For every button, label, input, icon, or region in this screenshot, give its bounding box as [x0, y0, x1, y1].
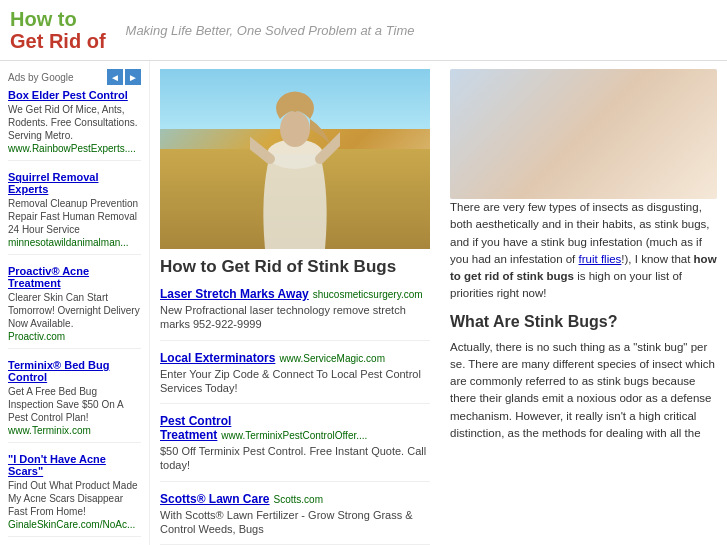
sidebar-ad-3: Proactiv® Acne Treatment Clearer Skin Ca… [8, 265, 141, 349]
ads-next-button[interactable]: ► [125, 69, 141, 85]
svg-line-1 [250, 139, 270, 159]
logo-line1: How to [10, 8, 106, 30]
sidebar-ad-5-desc: Find Out What Product Made My Acne Scars… [8, 480, 138, 517]
sidebar-ad-2-title[interactable]: Squirrel Removal Experts [8, 171, 141, 195]
sidebar-ad-2-url: minnesotawildanimalman... [8, 237, 129, 248]
sidebar-ad-3-url: Proactiv.com [8, 331, 65, 342]
sidebar: Ads by Google ◄ ► Box Elder Pest Control… [0, 61, 150, 545]
tagline: Making Life Better, One Solved Problem a… [126, 23, 415, 38]
sidebar-ad-5: "I Don't Have Acne Scars" Find Out What … [8, 453, 141, 537]
main-layout: Ads by Google ◄ ► Box Elder Pest Control… [0, 61, 727, 545]
right-content: There are very few types of insects as d… [440, 61, 727, 545]
sidebar-ad-1: Box Elder Pest Control We Get Rid Of Mic… [8, 89, 141, 161]
sidebar-ad-4: Terminix® Bed Bug Control Get A Free Bed… [8, 359, 141, 443]
sidebar-ad-2: Squirrel Removal Experts Removal Cleanup… [8, 171, 141, 255]
center-ad-4: Scotts® Lawn CareScotts.com With Scotts®… [160, 492, 430, 545]
logo: How to Get Rid of [10, 8, 106, 52]
sidebar-ad-5-title[interactable]: "I Don't Have Acne Scars" [8, 453, 141, 477]
center-ad-2-title[interactable]: Local Exterminators [160, 351, 275, 365]
sidebar-ad-2-desc: Removal Cleanup Prevention Repair Fast H… [8, 198, 138, 235]
header: How to Get Rid of Making Life Better, On… [0, 0, 727, 61]
center-content: How to Get Rid of Stink Bugs Laser Stret… [150, 61, 440, 545]
sidebar-ad-1-title[interactable]: Box Elder Pest Control [8, 89, 141, 101]
sidebar-ad-1-url: www.RainbowPestExperts.... [8, 143, 136, 154]
center-ad-1-desc: New Profractional laser technology remov… [160, 303, 430, 332]
sidebar-ad-4-title[interactable]: Terminix® Bed Bug Control [8, 359, 141, 383]
center-ad-3-source: www.TerminixPestControlOffer.... [221, 430, 367, 441]
right-paragraph2: Actually, there is no such thing as a "s… [450, 339, 717, 443]
fruit-flies-link[interactable]: fruit flies [579, 253, 622, 265]
center-ad-1-source: shucosmeticsurgery.com [313, 289, 423, 300]
sidebar-ad-1-desc: We Get Rid Of Mice, Ants, Rodents. Free … [8, 104, 138, 141]
center-ad-1: Laser Stretch Marks Awayshucosmeticsurge… [160, 287, 430, 341]
center-ad-4-source: Scotts.com [274, 494, 323, 505]
sidebar-ad-5-url: GinaleSkinCare.com/NoAc... [8, 519, 135, 530]
people-image [450, 69, 717, 199]
sidebar-ad-4-url: www.Terminix.com [8, 425, 91, 436]
ads-prev-button[interactable]: ◄ [107, 69, 123, 85]
center-ad-3: Pest Control Treatmentwww.TerminixPestCo… [160, 414, 430, 482]
center-ad-2: Local Exterminatorswww.ServiceMagic.com … [160, 351, 430, 405]
ads-nav: ◄ ► [107, 69, 141, 85]
center-ad-4-title[interactable]: Scotts® Lawn Care [160, 492, 270, 506]
sidebar-ad-4-desc: Get A Free Bed Bug Inspection Save $50 O… [8, 386, 123, 423]
center-ad-2-source: www.ServiceMagic.com [279, 353, 385, 364]
center-ad-2-desc: Enter Your Zip Code & Connect To Local P… [160, 367, 430, 396]
center-ad-3-desc: $50 Off Terminix Pest Control. Free Inst… [160, 444, 430, 473]
hero-figure-svg [250, 74, 340, 249]
section-title: What Are Stink Bugs? [450, 313, 717, 331]
right-paragraph1: There are very few types of insects as d… [450, 199, 717, 303]
hero-image [160, 69, 430, 249]
sidebar-ad-3-title[interactable]: Proactiv® Acne Treatment [8, 265, 141, 289]
logo-line2: Get Rid of [10, 30, 106, 52]
article-title: How to Get Rid of Stink Bugs [160, 257, 430, 277]
svg-line-2 [320, 134, 340, 159]
ads-label: Ads by Google [8, 72, 74, 83]
center-ad-4-desc: With Scotts® Lawn Fertilizer - Grow Stro… [160, 508, 430, 537]
svg-point-3 [280, 111, 310, 147]
sidebar-ad-3-desc: Clearer Skin Can Start Tomorrow! Overnig… [8, 292, 140, 329]
ads-header: Ads by Google ◄ ► [8, 69, 141, 85]
center-ad-1-title[interactable]: Laser Stretch Marks Away [160, 287, 309, 301]
